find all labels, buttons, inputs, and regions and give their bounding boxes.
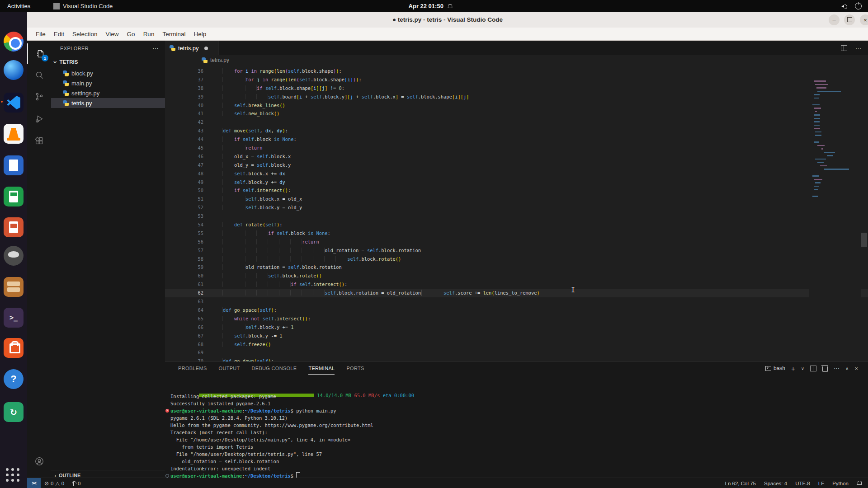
encoding[interactable]: UTF-8 — [792, 478, 814, 488]
remote-indicator[interactable]: >< — [27, 478, 41, 488]
panel-tab-debug-console[interactable]: DEBUG CONSOLE — [252, 362, 297, 374]
code-line-62[interactable]: 62 self.block.rotation = old_rotation se… — [165, 289, 868, 297]
menu-help[interactable]: Help — [189, 28, 210, 41]
dock-item-files[interactable] — [4, 277, 24, 297]
code-line-45[interactable]: 45 return — [165, 144, 868, 152]
code-line-60[interactable]: 60 self.block.rotate() — [165, 272, 868, 280]
kill-terminal-icon[interactable] — [822, 366, 828, 372]
dock-item-impress[interactable] — [4, 217, 24, 237]
search-activity-icon[interactable] — [27, 65, 51, 85]
activities-button[interactable]: Activities — [7, 0, 30, 12]
vertical-scrollbar[interactable] — [861, 233, 867, 247]
panel-tab-problems[interactable]: PROBLEMS — [178, 362, 207, 374]
code-line-48[interactable]: 48 self.block.x += dx — [165, 169, 868, 178]
menu-run[interactable]: Run — [139, 28, 159, 41]
panel-tab-output[interactable]: OUTPUT — [219, 362, 240, 374]
language-mode[interactable]: Python — [829, 478, 852, 488]
code-line-49[interactable]: 49 self.block.y += dy — [165, 178, 868, 187]
code-line-57[interactable]: 57 old_rotation = self.block.rotation — [165, 246, 868, 255]
file-item-tetris.py[interactable]: tetris.py — [51, 98, 165, 108]
problems-status[interactable]: ⊘ 0 △ 0 — [41, 478, 68, 488]
source-control-activity-icon[interactable] — [27, 86, 51, 107]
run-debug-activity-icon[interactable] — [27, 108, 51, 129]
system-tray[interactable] — [841, 0, 862, 12]
accounts-icon[interactable] — [27, 451, 51, 472]
shell-selector[interactable]: bash — [765, 365, 785, 371]
code-line-66[interactable]: 66 self.block.y += 1 — [165, 323, 868, 332]
dock-item-help[interactable]: ? — [4, 369, 24, 389]
panel-tab-ports[interactable]: PORTS — [346, 362, 364, 374]
dock-item-vscode[interactable] — [4, 93, 24, 113]
code-line-44[interactable]: 44 if self.block is None: — [165, 135, 868, 144]
notifications-bell-icon[interactable] — [853, 478, 865, 488]
code-line-63[interactable]: 63 — [165, 297, 868, 306]
code-line-36[interactable]: 36 for i in range(len(self.block.shape))… — [165, 67, 868, 75]
menu-view[interactable]: View — [102, 28, 123, 41]
panel-tab-terminal[interactable]: TERMINAL — [308, 362, 335, 375]
code-line-67[interactable]: 67 self.block.y -= 1 — [165, 332, 868, 340]
code-line-41[interactable]: 41 self.new_block() — [165, 109, 868, 118]
project-folder-row[interactable]: ˅ TETRIS — [51, 57, 165, 67]
split-editor-icon[interactable] — [841, 45, 847, 51]
dock-item-software[interactable] — [4, 338, 24, 358]
code-line-65[interactable]: 65 while not self.intersect(): — [165, 314, 868, 323]
code-line-61[interactable]: 61 if self.intersect(): — [165, 280, 868, 289]
focused-app-indicator[interactable]: Visual Studio Code — [53, 0, 113, 12]
terminal-dropdown-icon[interactable]: ∨ — [801, 366, 804, 371]
ports-status[interactable]: 0 — [68, 478, 84, 488]
code-line-37[interactable]: 37 for j in range(len(self.block.shape[i… — [165, 75, 868, 84]
new-terminal-icon[interactable]: + — [791, 365, 795, 372]
dock-item-terminal[interactable]: >_ — [4, 308, 24, 328]
menu-terminal[interactable]: Terminal — [158, 28, 189, 41]
minimap[interactable] — [809, 65, 861, 361]
code-line-54[interactable]: 54 def rotate(self): — [165, 221, 868, 229]
dock-item-snap[interactable]: ↻ — [4, 402, 24, 422]
menu-go[interactable]: Go — [123, 28, 139, 41]
code-line-43[interactable]: 43 def move(self, dx, dy): — [165, 127, 868, 135]
cursor-position[interactable]: Ln 62, Col 75 — [722, 478, 760, 488]
panel-more-icon[interactable]: ⋯ — [834, 365, 840, 372]
code-line-59[interactable]: 59 old_rotation = self.block.rotation — [165, 263, 868, 272]
dock-item-calc[interactable] — [4, 187, 24, 206]
code-line-51[interactable]: 51 self.block.x = old_x — [165, 195, 868, 203]
menu-file[interactable]: File — [32, 28, 50, 41]
code-editor[interactable]: 36 for i in range(len(self.block.shape))… — [165, 65, 868, 361]
code-line-47[interactable]: 47 old_y = self.block.y — [165, 161, 868, 169]
code-line-69[interactable]: 69 — [165, 348, 868, 357]
show-applications-icon[interactable] — [6, 468, 21, 483]
clock[interactable]: Apr 22 01:50 — [409, 0, 453, 12]
tab-tetris-py[interactable]: tetris.py — [165, 41, 219, 55]
code-line-38[interactable]: 38 if self.block.shape[i][j] != 0: — [165, 84, 868, 93]
terminal[interactable]: 14.0/14.0 MB 65.0 MB/s eta 0:00:00 Insta… — [165, 375, 868, 478]
code-line-58[interactable]: 58 self.block.rotate() — [165, 255, 868, 263]
window-title-bar[interactable]: ● tetris.py - tetris - Visual Studio Cod… — [27, 12, 868, 28]
menu-edit[interactable]: Edit — [50, 28, 68, 41]
dock-item-browser[interactable] — [4, 60, 24, 80]
dock-item-gimp[interactable] — [4, 246, 24, 266]
code-line-70[interactable]: 70 def go_down(self): — [165, 357, 868, 361]
code-line-64[interactable]: 64 def go_space(self): — [165, 306, 868, 314]
code-line-68[interactable]: 68 self.freeze() — [165, 340, 868, 349]
close-panel-icon[interactable]: × — [854, 365, 858, 372]
split-terminal-icon[interactable] — [810, 366, 816, 371]
file-item-settings.py[interactable]: settings.py — [51, 88, 165, 98]
breadcrumb[interactable]: tetris.py — [165, 55, 868, 65]
file-item-main.py[interactable]: main.py — [51, 78, 165, 88]
file-item-block.py[interactable]: block.py — [51, 68, 165, 78]
code-line-52[interactable]: 52 self.block.y = old_y — [165, 203, 868, 212]
restore-button[interactable] — [844, 14, 855, 25]
code-line-56[interactable]: 56 return — [165, 238, 868, 246]
explorer-more-icon[interactable]: ··· — [152, 41, 159, 56]
extensions-activity-icon[interactable] — [27, 131, 51, 151]
code-line-46[interactable]: 46 old_x = self.block.x — [165, 152, 868, 161]
dock-item-chrome[interactable] — [4, 32, 24, 52]
code-line-53[interactable]: 53 — [165, 212, 868, 221]
code-line-40[interactable]: 40 self.break_lines() — [165, 101, 868, 110]
modified-dot-icon[interactable] — [204, 47, 208, 50]
indentation[interactable]: Spaces: 4 — [760, 478, 791, 488]
editor-more-icon[interactable]: ⋯ — [855, 44, 862, 52]
dock-item-vlc[interactable] — [4, 124, 24, 144]
explorer-activity-icon[interactable]: 1 — [27, 43, 52, 64]
menu-selection[interactable]: Selection — [68, 28, 102, 41]
close-button[interactable]: × — [860, 14, 868, 25]
